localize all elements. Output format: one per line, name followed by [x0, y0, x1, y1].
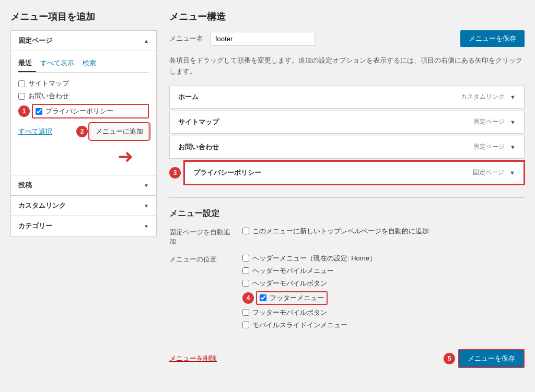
position-footer-menu-label: フッターメニュー — [270, 293, 324, 303]
posts-title: 投稿 — [18, 181, 32, 190]
position-footer-menu-checkbox[interactable] — [260, 294, 266, 301]
position-header-menu: ヘッダーメニュー（現在の設定: Home） — [242, 254, 525, 263]
menu-item-sitemap-right: 固定ページ ▼ — [473, 117, 516, 126]
badge-1: 1 — [18, 105, 30, 117]
auto-add-checkbox[interactable] — [242, 228, 249, 234]
page-contact-checkbox[interactable] — [18, 93, 25, 100]
menu-item-home-dropdown-icon[interactable]: ▼ — [510, 94, 516, 100]
position-header-mobile-btn-label: ヘッダーモバイルボタン — [252, 279, 327, 288]
fixed-pages-body: 最近 すべて表示 検索 サイトマップ お問い合わせ — [11, 51, 156, 175]
categories-arrow-icon: ▼ — [144, 223, 149, 229]
page-contact-item: お問い合わせ — [18, 91, 149, 101]
menu-item-privacy: プライバシーポリシー 固定ページ ▼ — [184, 161, 525, 185]
tab-recent[interactable]: 最近 — [18, 56, 36, 72]
position-footer-mobile-btn-label: フッターモバイルボタン — [252, 308, 327, 317]
menu-item-sitemap: サイトマップ 固定ページ ▼ — [169, 111, 525, 134]
page-contact-label: お問い合わせ — [28, 91, 69, 101]
menu-item-contact-label: お問い合わせ — [178, 142, 219, 152]
custom-links-arrow-icon: ▼ — [144, 203, 149, 209]
instruction-text: 各項目をドラッグして順番を変更します。追加の設定オプションを表示するには、項目の… — [169, 55, 525, 77]
menu-item-contact: お問い合わせ 固定ページ ▼ — [169, 136, 525, 159]
page-privacy-item: プライバシーポリシー — [32, 104, 149, 118]
page-sitemap-item: サイトマップ — [18, 79, 149, 88]
menu-item-privacy-right: 固定ページ ▼ — [473, 168, 515, 177]
categories-title: カテゴリー — [18, 221, 52, 231]
delete-menu-link[interactable]: メニューを削除 — [169, 354, 217, 363]
position-label: メニューの位置 — [169, 254, 232, 264]
position-mobile-slide-label: モバイルスライドインメニュー — [252, 320, 347, 330]
accordion-sections: 固定ページ ▲ 最近 すべて表示 検索 サイトマップ — [10, 30, 157, 236]
add-to-menu-button[interactable]: メニューに追加 — [90, 124, 149, 139]
custom-links-header[interactable]: カスタムリンク ▼ — [11, 196, 156, 216]
menu-item-contact-dropdown-icon[interactable]: ▼ — [510, 144, 516, 150]
right-panel: メニュー構造 メニュー名 メニューを保存 各項目をドラッグして順番を変更します。… — [169, 10, 525, 368]
fixed-pages-section: 固定ページ ▲ 最近 すべて表示 検索 サイトマップ — [10, 30, 157, 175]
left-panel-title: メニュー項目を追加 — [10, 10, 157, 23]
position-footer-mobile-btn-checkbox[interactable] — [242, 309, 249, 316]
tab-search[interactable]: 検索 — [78, 56, 100, 72]
posts-arrow-icon: ▼ — [144, 183, 149, 188]
menu-item-home: ホーム カスタムリンク ▼ — [169, 86, 525, 109]
page-sitemap-checkbox[interactable] — [18, 80, 25, 87]
auto-add-row: 固定ページを自動追加 このメニューに新しいトップレベルページを自動的に追加 — [169, 227, 525, 246]
save-menu-top-button[interactable]: メニューを保存 — [460, 30, 525, 47]
menu-item-privacy-label: プライバシーポリシー — [193, 168, 261, 177]
position-header-mobile-menu: ヘッダーモバイルメニュー — [242, 266, 525, 276]
badge-2: 2 — [76, 126, 88, 137]
menu-settings-title: メニュー設定 — [169, 208, 525, 219]
position-header-mobile-menu-checkbox[interactable] — [242, 267, 249, 274]
posts-section: 投稿 ▼ — [10, 175, 157, 196]
position-mobile-slide-checkbox[interactable] — [242, 322, 249, 328]
menu-item-privacy-type: 固定ページ — [473, 168, 504, 177]
bottom-row: すべて選択 2 メニューに追加 — [18, 124, 149, 139]
categories-header[interactable]: カテゴリー ▼ — [11, 216, 156, 236]
position-header-menu-label: ヘッダーメニュー（現在の設定: Home） — [252, 254, 376, 263]
fixed-pages-arrow-icon: ▲ — [144, 38, 149, 44]
page-sitemap-label: サイトマップ — [28, 79, 69, 88]
tabs-row: 最近 すべて表示 検索 — [18, 56, 149, 73]
position-header-mobile-btn: ヘッダーモバイルボタン — [242, 279, 525, 288]
menu-item-sitemap-type: 固定ページ — [473, 117, 505, 126]
page-privacy-label: プライバシーポリシー — [45, 106, 113, 116]
menu-item-privacy-dropdown-icon[interactable]: ▼ — [509, 170, 515, 176]
badge-3: 3 — [169, 167, 181, 179]
categories-section: カテゴリー ▼ — [10, 216, 157, 236]
menu-settings-section: メニュー設定 固定ページを自動追加 このメニューに新しいトップレベルページを自動… — [169, 197, 525, 333]
position-header-mobile-btn-checkbox[interactable] — [242, 280, 249, 287]
position-content: ヘッダーメニュー（現在の設定: Home） ヘッダーモバイルメニュー ヘッダーモ… — [242, 254, 525, 333]
menu-item-contact-right: 固定ページ ▼ — [473, 142, 516, 151]
menu-name-label: メニュー名 — [169, 34, 203, 43]
fixed-pages-title: 固定ページ — [18, 36, 52, 45]
auto-add-description: このメニューに新しいトップレベルページを自動的に追加 — [252, 227, 429, 236]
menu-name-input[interactable] — [211, 32, 315, 46]
position-mobile-slide: モバイルスライドインメニュー — [242, 320, 525, 330]
custom-links-title: カスタムリンク — [18, 201, 66, 210]
custom-links-section: カスタムリンク ▼ — [10, 196, 157, 216]
footer-row: メニューを削除 5 メニューを保存 — [169, 343, 525, 368]
menu-item-contact-type: 固定ページ — [473, 142, 505, 151]
auto-add-label: 固定ページを自動追加 — [169, 227, 232, 246]
select-all-link[interactable]: すべて選択 — [18, 127, 52, 136]
menu-item-sitemap-dropdown-icon[interactable]: ▼ — [510, 119, 516, 125]
position-row: メニューの位置 ヘッダーメニュー（現在の設定: Home） ヘッダーモバイルメニ… — [169, 254, 525, 333]
red-arrow-icon: ➜ — [118, 146, 133, 168]
menu-item-sitemap-label: サイトマップ — [178, 117, 219, 127]
menu-item-home-type: カスタムリンク — [461, 92, 505, 101]
menu-item-home-label: ホーム — [178, 92, 199, 102]
badge-4: 4 — [242, 292, 254, 304]
position-header-menu-checkbox[interactable] — [242, 255, 249, 262]
fixed-pages-header[interactable]: 固定ページ ▲ — [11, 31, 156, 51]
badge-5: 5 — [444, 353, 455, 364]
position-footer-mobile-btn: フッターモバイルボタン — [242, 308, 525, 317]
left-panel: メニュー項目を追加 固定ページ ▲ 最近 すべて表示 検索 — [10, 10, 157, 368]
menu-item-home-right: カスタムリンク ▼ — [461, 92, 516, 101]
page-privacy-checkbox[interactable] — [36, 108, 42, 115]
tab-all[interactable]: すべて表示 — [36, 56, 78, 72]
posts-header[interactable]: 投稿 ▼ — [11, 175, 156, 195]
menu-items-list: ホーム カスタムリンク ▼ サイトマップ 固定ページ ▼ お問い合わせ 固定ペー… — [169, 86, 525, 185]
position-footer-menu: フッターメニュー — [256, 291, 328, 305]
right-panel-title: メニュー構造 — [169, 10, 525, 23]
save-menu-bottom-button[interactable]: メニューを保存 — [458, 349, 525, 368]
position-header-mobile-menu-label: ヘッダーモバイルメニュー — [252, 266, 334, 276]
menu-name-row: メニュー名 メニューを保存 — [169, 30, 525, 47]
